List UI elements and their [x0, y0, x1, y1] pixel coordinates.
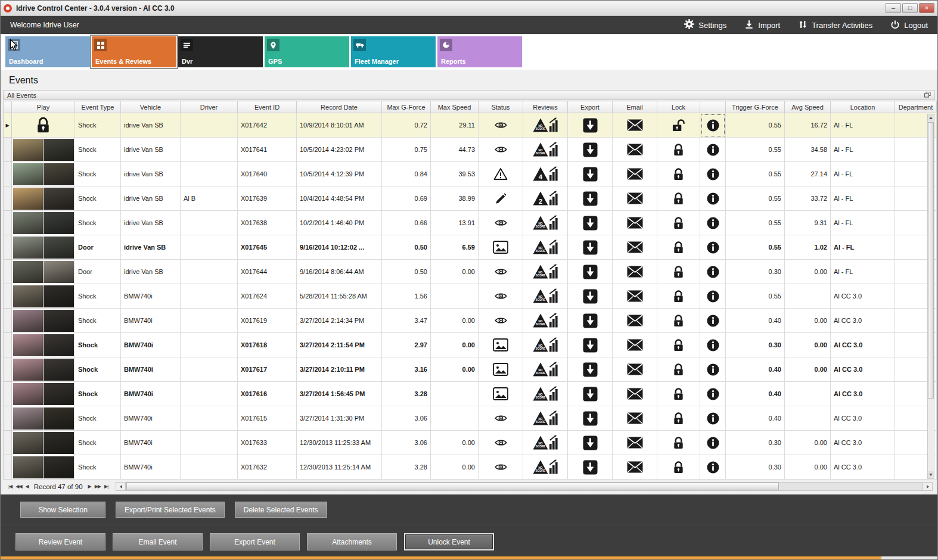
status-eye-icon[interactable]	[479, 260, 523, 284]
column-header-event-id[interactable]: Event ID	[238, 101, 297, 113]
play-cell[interactable]	[12, 382, 75, 406]
email-icon[interactable]	[613, 235, 657, 260]
play-cell[interactable]	[12, 260, 75, 284]
export-icon[interactable]	[568, 284, 613, 309]
event-row[interactable]: Dooridrive Van SBX0176449/16/2014 8:06:4…	[4, 260, 937, 284]
status-eye-icon[interactable]	[479, 406, 523, 431]
reviews-score-icon[interactable]: NOSCORE	[523, 357, 568, 382]
export-icon[interactable]	[568, 162, 613, 186]
reviews-score-icon[interactable]: NOSCORE	[523, 260, 568, 284]
email-icon[interactable]	[613, 260, 657, 284]
reviews-score-icon[interactable]: NOSCORE	[523, 431, 568, 455]
event-row[interactable]: ShockBMW740iX0176183/27/2014 2:11:54 PM2…	[4, 333, 937, 357]
lock-icon[interactable]	[657, 235, 700, 260]
export-event-button[interactable]: Export Event	[210, 533, 300, 550]
column-header-email[interactable]: Email	[613, 101, 657, 113]
tile-reports[interactable]: Reports	[437, 36, 522, 67]
email-icon[interactable]	[613, 333, 657, 357]
column-header-reviews[interactable]: Reviews	[523, 101, 568, 113]
info-icon[interactable]	[700, 162, 726, 186]
play-cell[interactable]	[12, 211, 75, 235]
column-header-event-type[interactable]: Event Type	[75, 101, 121, 113]
event-row[interactable]: Shockidrive Van SBX01763810/2/2014 1:46:…	[4, 211, 937, 235]
status-eye-icon[interactable]	[479, 455, 523, 480]
column-header-location[interactable]: Location	[831, 101, 895, 113]
reviews-score-icon[interactable]: 2	[523, 186, 568, 211]
minimize-button[interactable]: –	[886, 3, 901, 13]
event-thumbnail[interactable]	[13, 261, 74, 283]
export-icon[interactable]	[568, 138, 613, 162]
info-icon[interactable]	[700, 284, 726, 309]
email-event-button[interactable]: Email Event	[113, 533, 203, 550]
info-icon[interactable]	[700, 357, 726, 382]
event-thumbnail[interactable]	[13, 139, 74, 161]
info-icon[interactable]	[700, 211, 726, 235]
play-cell[interactable]	[12, 138, 75, 162]
email-icon[interactable]	[613, 138, 657, 162]
column-header-max-speed[interactable]: Max Speed	[431, 101, 479, 113]
status-eye-icon[interactable]	[479, 309, 523, 333]
status-eye-icon[interactable]	[479, 284, 523, 309]
lock-icon[interactable]	[657, 431, 700, 455]
lock-icon[interactable]	[657, 455, 700, 480]
status-eye-icon[interactable]	[479, 138, 523, 162]
logout-button[interactable]: Logout	[890, 20, 928, 31]
event-row[interactable]: Dooridrive Van SBX0176459/16/2014 10:12:…	[4, 235, 937, 260]
play-cell[interactable]	[12, 186, 75, 211]
group-bar[interactable]: All Events	[3, 90, 935, 100]
export-icon[interactable]	[568, 211, 613, 235]
play-cell[interactable]	[12, 113, 75, 138]
event-row[interactable]: ShockBMW740iX01763312/30/2013 11:25:33 A…	[4, 431, 937, 455]
tile-fleet-manager[interactable]: Fleet Manager	[351, 36, 436, 67]
email-icon[interactable]	[613, 162, 657, 186]
play-cell[interactable]	[12, 455, 75, 480]
email-icon[interactable]	[613, 455, 657, 480]
reviews-score-icon[interactable]: NOSCORE	[523, 284, 568, 309]
reviews-score-icon[interactable]: NOSCORE	[523, 406, 568, 431]
export-icon[interactable]	[568, 431, 613, 455]
email-icon[interactable]	[613, 186, 657, 211]
transfer-activities-button[interactable]: Transfer Activities	[798, 20, 872, 31]
email-icon[interactable]	[613, 284, 657, 309]
close-button[interactable]: ×	[919, 3, 934, 13]
reviews-score-icon[interactable]: NOSCORE	[523, 113, 568, 138]
column-header-department[interactable]: Department	[895, 101, 937, 113]
reviews-score-icon[interactable]: NOSCORE	[523, 138, 568, 162]
info-icon[interactable]	[700, 431, 726, 455]
event-thumbnail[interactable]	[13, 407, 74, 430]
lock-icon[interactable]	[657, 186, 700, 211]
export-icon[interactable]	[568, 309, 613, 333]
show-selection-button[interactable]: Show Selection	[20, 502, 105, 518]
info-icon[interactable]	[700, 186, 726, 211]
column-header-export[interactable]: Export	[568, 101, 613, 113]
delete-selected-button[interactable]: Delete Selected Events	[235, 502, 327, 518]
scroll-left-button[interactable]	[116, 483, 126, 490]
event-thumbnail[interactable]	[13, 163, 74, 185]
import-button[interactable]: Import	[744, 20, 780, 31]
status-eye-icon[interactable]	[479, 431, 523, 455]
unlock-icon[interactable]	[657, 113, 700, 138]
scroll-up-button[interactable]	[928, 114, 934, 122]
event-thumbnail[interactable]	[13, 456, 74, 478]
event-thumbnail[interactable]	[13, 334, 74, 356]
event-row[interactable]: ShockBMW740iX0176193/27/2014 2:14:34 PM3…	[4, 309, 937, 333]
export-icon[interactable]	[568, 455, 613, 480]
export-icon[interactable]	[568, 235, 613, 260]
event-row[interactable]: ShockBMW740iX0176245/28/2014 11:55:28 AM…	[4, 284, 937, 309]
undock-icon[interactable]	[924, 92, 931, 99]
titlebar[interactable]: Idrive Control Center - 3.0.4 version - …	[1, 1, 937, 16]
event-thumbnail[interactable]	[13, 285, 74, 307]
vertical-scrollbar[interactable]	[927, 114, 934, 479]
lock-icon[interactable]	[657, 382, 700, 406]
lock-icon[interactable]	[657, 260, 700, 284]
first-record-button[interactable]: |◀	[7, 484, 14, 489]
event-row[interactable]: ▶Shockidrive Van SBX01764210/9/2014 8:10…	[4, 113, 937, 138]
lock-icon[interactable]	[657, 162, 700, 186]
reviews-score-icon[interactable]: NOSCORE	[523, 309, 568, 333]
tile-dvr[interactable]: Dvr	[178, 36, 263, 67]
status-image-icon[interactable]	[479, 333, 523, 357]
status-image-icon[interactable]	[479, 357, 523, 382]
play-cell[interactable]	[12, 162, 75, 186]
info-icon[interactable]	[700, 260, 726, 284]
export-print-selected-button[interactable]: Export/Print Selected Events	[116, 502, 225, 518]
